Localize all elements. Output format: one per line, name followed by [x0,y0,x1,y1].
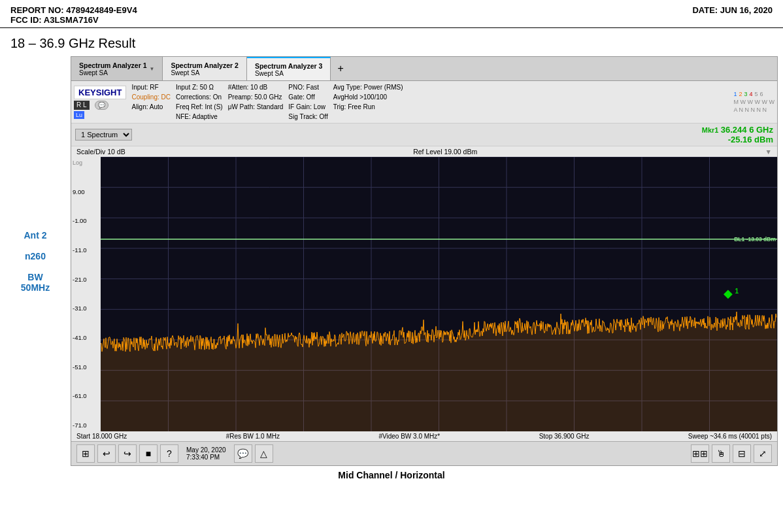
info-col-2: Input Z: 50 Ω Corrections: On Freq Ref: … [176,82,223,122]
color-6: 6 [760,91,763,97]
gate-label: Gate: Off [288,92,327,102]
toolbar-date: May 20, 2020 [186,446,226,454]
corrections-label: Corrections: On [176,92,223,102]
color-3: 3 [744,91,748,97]
spectrum-canvas [101,157,777,431]
rl-badge: R L [74,101,90,110]
input-z-label: Input Z: 50 Ω [176,82,223,92]
marker-label: Mkr1 [702,126,719,134]
info-col-5: Avg Type: Power (RMS) AvgHold >100/100 T… [333,82,403,122]
tab-bar: Spectrum Analyzer 1 Swept SA ▼ Spectrum … [71,57,777,81]
info-col-4: PNO: Fast Gate: Off IF Gain: Low Sig Tra… [288,82,327,122]
y-label-51: -51.0 [73,363,99,371]
bottom-label: Mid Channel / Horizontal [0,466,783,484]
bl1-label: BL1 -13.03 dBm [734,236,776,242]
message-button[interactable]: 💬 [234,444,252,463]
color-2: 2 [739,91,742,97]
uw-path-label: μW Path: Standard [228,102,284,112]
marker-power: -25.16 dBm [728,135,773,144]
grid-button-1[interactable]: ⊞⊞ [691,444,709,463]
pno-label: PNO: Fast [288,82,327,92]
main-content: Ant 2 n260 BW 50MHz Spectrum Analyzer 1 … [0,56,783,466]
tab-sa3-sublabel: Swept SA [255,70,322,77]
stop-button[interactable]: ■ [139,444,158,463]
sweep-info: Sweep ~34.6 ms (40001 pts) [688,433,772,440]
scale-div: Scale/Div 10 dB [76,148,125,156]
if-gain-label: IF Gain: Low [288,102,327,112]
tab-sa1-arrow: ▼ [149,66,154,72]
trig-label: Trig: Free Run [333,102,403,112]
redo-button[interactable]: ↪ [118,444,137,463]
color-5: 5 [755,91,758,97]
tab-sa2-label: Spectrum Analyzer 2 [171,61,238,69]
left-labels: Ant 2 n260 BW 50MHz [5,56,71,466]
tab-sa2[interactable]: Spectrum Analyzer 2 Swept SA [163,57,246,80]
report-no: REPORT NO: 4789424849-E9V4 [10,5,137,15]
spectrum-select[interactable]: 1 Spectrum [75,129,132,141]
tab-sa1[interactable]: Spectrum Analyzer 1 Swept SA ▼ [71,57,163,80]
coupling-label: Coupling: DC [131,92,170,102]
atten-label: #Atten: 10 dB [228,82,284,92]
tab-sa2-sublabel: Swept SA [171,69,238,76]
color-1: 1 [734,91,737,97]
header-date: DATE: JUN 16, 2020 [692,5,773,25]
windows-button[interactable]: ⊞ [76,444,95,463]
start-freq: Start 18.000 GHz [76,433,127,440]
y-axis-labels: Log 9.00 -1.00 -11.0 -21.0 -31.0 -41.0 -… [71,157,101,431]
color-4: 4 [750,91,753,97]
ref-level: Ref Level 19.00 dBm [413,148,477,156]
tab-sa1-label: Spectrum Analyzer 1 [79,61,146,69]
lu-badge: Lu [74,111,84,119]
a-row: A N N N N N [734,107,775,113]
controls-bar: 1 Spectrum Mkr1 36.244 6 GHz -25.16 dBm [71,124,777,146]
toolbar: ⊞ ↩ ↪ ■ ? May 20, 2020 7:33:40 PM 💬 △ ⊞⊞… [71,441,777,465]
video-bw: #Video BW 3.0 MHz* [378,433,440,440]
freq-ref-label: Freq Ref: Int (S) [176,102,223,112]
chart-header: Scale/Div 10 dB Ref Level 19.00 dBm ▼ [71,146,777,157]
page-title: 18 – 36.9 GHz Result [0,28,783,56]
bw-label: BW 50MHz [21,272,50,293]
toolbar-time: 7:33:40 PM [186,454,226,461]
log-label: Log [73,159,99,166]
triangle-button[interactable]: △ [255,444,273,463]
toolbar-datetime: May 20, 2020 7:33:40 PM [186,446,226,461]
tab-sa1-sublabel: Swept SA [79,69,146,76]
chat-icon: 💬 [95,101,108,110]
marker-1-diamond: ◆ [724,286,733,301]
y-label-9: 9.00 [73,188,99,195]
chart-footer: Start 18.000 GHz #Res BW 1.0 MHz #Video … [71,431,777,441]
cursor-button[interactable]: 🖱 [712,444,730,463]
marker-readout: Mkr1 36.244 6 GHz -25.16 dBm [702,125,773,144]
ant-label: Ant 2 [24,230,47,241]
report-header: REPORT NO: 4789424849-E9V4 FCC ID: A3LSM… [0,0,783,28]
fcc-id: FCC ID: A3LSMA716V [10,15,137,25]
y-label-21: -21.0 [73,276,99,283]
instrument-info-bar: KEYSIGHT R L 💬 Lu Input: RF Coupling: DC… [71,81,777,124]
spectrum-control: 1 Spectrum [75,129,132,141]
y-label-11: -11.0 [73,246,99,254]
tab-add-button[interactable]: + [331,60,350,77]
colors-bar: 1 2 3 4 5 6 M W W W W W A N N N N N [734,82,775,122]
grid-button-2[interactable]: ⊟ [733,444,751,463]
undo-button[interactable]: ↩ [97,444,116,463]
chart-plot-area: BL1 -13.03 dBm ◆ 1 [101,157,777,431]
expand-button[interactable]: ⤢ [754,444,772,463]
instrument-panel: Spectrum Analyzer 1 Swept SA ▼ Spectrum … [71,56,778,466]
avg-type-label: Avg Type: Power (RMS) [333,82,403,92]
m-row: M W W W W W [734,99,775,105]
header-left: REPORT NO: 4789424849-E9V4 FCC ID: A3LSM… [10,5,137,25]
avg-hold-label: AvgHold >100/100 [333,92,403,102]
align-label: Align: Auto [131,102,170,112]
res-bw: #Res BW 1.0 MHz [226,433,280,440]
tab-sa3[interactable]: Spectrum Analyzer 3 Swept SA [247,57,331,80]
y-label-1: -1.00 [73,217,99,224]
info-col-3: #Atten: 10 dB Preamp: 50.0 GHz μW Path: … [228,82,284,122]
y-label-71: -71.0 [73,422,99,429]
preamp-label: Preamp: 50.0 GHz [228,92,284,102]
ref-marker-triangle: ▼ [765,148,772,156]
help-button[interactable]: ? [160,444,178,463]
toolbar-right: ⊞⊞ 🖱 ⊟ ⤢ [691,444,772,463]
y-label-41: -41.0 [73,334,99,341]
keysight-logo: KEYSIGHT [74,86,126,99]
stop-freq: Stop 36.900 GHz [539,433,590,440]
